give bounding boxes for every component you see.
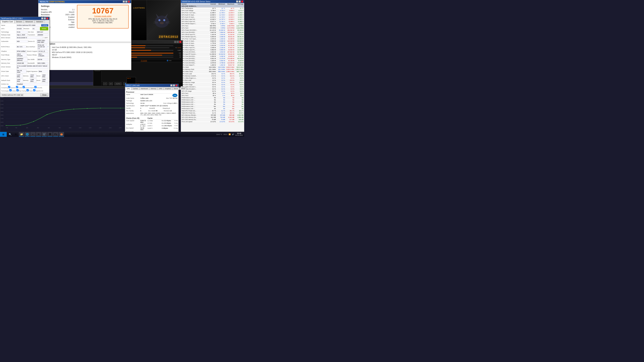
gpuz-titlebar: TechPowerUp GPU-Z 2.36.0 _ □ × bbox=[0, 17, 49, 20]
hwinfo-row: GPU Power (NVVDD) I... 16.115 W 15.656 W… bbox=[181, 29, 244, 31]
gpuz-cuda-checkbox[interactable] bbox=[16, 86, 18, 88]
hwinfo-val-max: 59.817 W bbox=[225, 64, 234, 66]
setting-val: 1.1 bbox=[72, 9, 74, 10]
gpuz-gpu-selector[interactable]: NVIDIA GeForce RTX 3080 bbox=[1, 94, 24, 96]
gpuz-close-button[interactable]: × bbox=[46, 17, 48, 19]
hwinfo-sensor-name: GPU Fan2 bbox=[182, 95, 206, 96]
cpuz-tab-spd[interactable]: SPD bbox=[158, 87, 164, 90]
taskbar-network-icon[interactable]: 📶 bbox=[228, 133, 230, 135]
hwinfo-val-current: 1.469 W bbox=[206, 64, 216, 66]
hwinfo-sensor-name: GPU Core (NVVDD)... bbox=[182, 58, 206, 59]
cpuz-tab-memory[interactable]: Memory bbox=[150, 87, 158, 90]
taskbar-mail-icon[interactable]: ✉ bbox=[36, 132, 41, 137]
gpuz-bus-info-icon[interactable]: ? bbox=[48, 46, 48, 48]
ab-curve-label[interactable]: Curve bbox=[178, 47, 181, 48]
ab-reset-button[interactable]: ↺ bbox=[109, 82, 113, 85]
hwinfo-sensor-name: GPU Misc2 Input Vol... bbox=[182, 21, 206, 22]
cpuz-tab-mainboard[interactable]: Mainboard bbox=[140, 87, 150, 90]
hwinfo-val-current: 1.778 W bbox=[206, 42, 216, 44]
taskbar-firefox-icon[interactable]: 🦊 bbox=[59, 132, 64, 137]
ab-clock-section[interactable]: ⏱ CLOCK bbox=[141, 60, 147, 61]
cpuz-minimize-button[interactable]: _ bbox=[170, 84, 172, 86]
hwinfo-sensor-name: GPU Memory Usage bbox=[182, 82, 206, 83]
hwinfo-val-max: 1,815.0 MHz bbox=[225, 66, 234, 68]
results-maximize-button[interactable]: □ bbox=[125, 1, 127, 3]
taskbar-volume-icon[interactable]: 🔊 bbox=[232, 133, 234, 135]
hwinfo-val-current: 0.0 % bbox=[206, 88, 216, 90]
gpuz-raytracing-checkbox[interactable] bbox=[16, 89, 18, 91]
setting-val: 1920 x 1080 bbox=[65, 14, 74, 15]
cpuz-tab-caches[interactable]: Caches bbox=[132, 87, 139, 90]
cpuz-tab-graphics[interactable]: Graphics bbox=[164, 87, 172, 90]
taskbar-explorer-icon[interactable]: 📁 bbox=[19, 132, 24, 137]
svg-point-0 bbox=[155, 15, 169, 28]
ab-maximize-button[interactable]: □ bbox=[177, 41, 179, 43]
gpuz-tab-validation[interactable]: Validation bbox=[34, 20, 45, 23]
taskbar-photos-icon[interactable]: 🖼 bbox=[47, 132, 53, 137]
cpuz-tab-about[interactable]: About bbox=[180, 87, 186, 90]
results-close-button[interactable]: × bbox=[128, 1, 130, 3]
hwinfo-val-min: 1.352 W bbox=[216, 64, 225, 66]
ab-close-button[interactable]: × bbox=[179, 41, 181, 43]
cpuz-close-button[interactable]: × bbox=[176, 84, 178, 86]
taskbar-terminal-icon[interactable]: ▪ bbox=[30, 132, 36, 137]
hwinfo-val-avg: 17.9 % bbox=[234, 75, 244, 77]
hwinfo-minimize-button[interactable]: _ bbox=[236, 0, 238, 2]
gpuz-directml-checkbox[interactable] bbox=[34, 86, 36, 88]
compare-link[interactable]: Compare results online bbox=[79, 15, 126, 17]
gpuz-opengl-checkbox[interactable] bbox=[33, 89, 36, 91]
hwinfo-maximize-button[interactable]: □ bbox=[239, 0, 241, 2]
gpuz-tab-graphics[interactable]: Graphics Card bbox=[0, 20, 14, 23]
gpuz-tab-sensors[interactable]: Sensors bbox=[14, 20, 24, 23]
hwinfo-val-avg: 16.068 W bbox=[234, 42, 244, 44]
gpuz-close-button[interactable]: Close bbox=[40, 93, 48, 96]
cpuz-tab-bench[interactable]: Bench bbox=[172, 87, 180, 90]
cpuz-maximize-button[interactable]: □ bbox=[173, 84, 175, 86]
taskbar-start-button[interactable]: ⊞ bbox=[0, 132, 7, 137]
hwinfo-sensor-name: GPU 8-pin #1 Input... bbox=[182, 14, 206, 16]
taskbar-store-icon[interactable]: 🛒 bbox=[42, 132, 47, 137]
ab-apply-button[interactable]: ✓ bbox=[103, 82, 107, 85]
svg-point-36 bbox=[33, 121, 34, 122]
taskbar-taskview-icon[interactable]: ⧉ bbox=[13, 132, 18, 137]
hwinfo-val-min: 9.3 % bbox=[216, 82, 225, 83]
gpuz-computing-section: Computing OpenCL CUDA DirectCompute Dire… bbox=[1, 86, 48, 89]
hwinfo-gpu-section: GPU [#0]: NVIDIA G... bbox=[181, 5, 244, 7]
gpuz-tab-advanced[interactable]: Advanced bbox=[24, 20, 34, 23]
cpuz-tab-cpu[interactable]: CPU bbox=[126, 87, 131, 90]
gpuz-subvendor-label: Subvendor bbox=[1, 40, 16, 42]
config-list: CPU:Intel Core i5-8600K @ 3600 MHz (Stoc… bbox=[38, 46, 131, 59]
gpuz-maximize-button[interactable]: □ bbox=[44, 17, 46, 19]
hwinfo-row: GPU Core Load 20.0 % 0.0 % 99.0 % 36.3 % bbox=[181, 73, 244, 75]
hwinfo-val-current: 1.0 % bbox=[206, 79, 216, 81]
hwinfo-sensor-name: GPU Fan1 bbox=[182, 92, 206, 94]
gpuz-name-label: Name bbox=[1, 24, 16, 26]
hwinfo-val-avg: 148 MB bbox=[234, 119, 244, 120]
hwinfo-val-min: 2.246 W bbox=[216, 47, 225, 48]
gpuz-opencl-checkbox[interactable] bbox=[8, 86, 10, 88]
taskbar-search-icon[interactable]: 🔍 bbox=[8, 132, 13, 137]
svg-text:1050: 1050 bbox=[79, 127, 82, 128]
hwinfo-val-min: 11.797 V bbox=[216, 18, 225, 20]
hwinfo-sensor-name: GPU D3D Memory De... bbox=[182, 116, 206, 118]
gpuz-buswidth-value: 320 bit bbox=[37, 58, 48, 61]
gpuz-devid-value: 10DE 2206 - 1462 3897 bbox=[36, 39, 48, 43]
gpuz-directcompute-checkbox[interactable] bbox=[23, 86, 25, 88]
ab-auto-button[interactable]: AUTO bbox=[114, 82, 122, 85]
hwinfo-val-avg: 95.336 W bbox=[234, 29, 244, 31]
hwinfo-val-max: 80 % bbox=[225, 95, 234, 96]
taskbar-clock[interactable]: 16:40 01.01.2021 bbox=[235, 133, 243, 136]
gpuz-vulkan-checkbox[interactable] bbox=[10, 89, 12, 91]
hwinfo-row: GPU Core (NVVDD)... 5.551 W 5.175 W 174.… bbox=[181, 57, 244, 60]
hwinfo-val-max: 93.441 W bbox=[225, 53, 234, 55]
gpuz-lookup-button[interactable]: Lookup bbox=[41, 24, 48, 26]
taskbar-browser-icon[interactable]: 🌐 bbox=[24, 132, 30, 137]
hwinfo-val-max: 44 °C bbox=[225, 7, 234, 9]
gpuz-minimize-button[interactable]: _ bbox=[41, 17, 43, 19]
gpuz-physx-checkbox[interactable] bbox=[26, 89, 29, 91]
taskbar-adobe-icon[interactable]: Ps bbox=[53, 132, 58, 137]
results-minimize-button[interactable]: _ bbox=[123, 1, 125, 3]
hwinfo-val-avg: 34.1 % bbox=[234, 110, 244, 112]
hwinfo-close-button[interactable]: × bbox=[241, 0, 243, 2]
ab-minimize-button[interactable]: _ bbox=[174, 41, 176, 43]
